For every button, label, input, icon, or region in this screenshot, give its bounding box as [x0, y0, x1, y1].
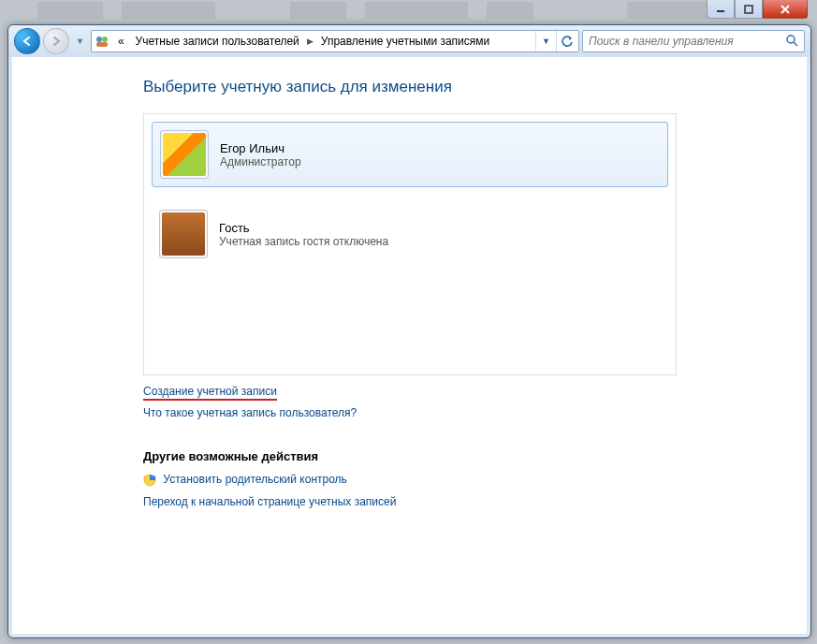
- page-title: Выберите учетную запись для изменения: [143, 78, 676, 96]
- history-dropdown[interactable]: ▼: [72, 37, 88, 46]
- search-icon[interactable]: [785, 34, 798, 50]
- create-account-link[interactable]: Создание учетной записи: [143, 385, 277, 401]
- search-box[interactable]: [582, 30, 805, 52]
- user-accounts-icon: [94, 33, 110, 50]
- other-actions-heading: Другие возможные действия: [143, 449, 676, 463]
- parental-control-link[interactable]: Установить родительский контроль: [163, 473, 347, 486]
- minimize-button[interactable]: [707, 0, 735, 19]
- account-role: Учетная запись гостя отключена: [219, 235, 388, 248]
- account-name: Егор Ильич: [220, 141, 301, 155]
- back-button[interactable]: [14, 28, 40, 54]
- account-picture: [160, 130, 209, 179]
- svg-line-8: [794, 42, 797, 46]
- svg-point-4: [96, 37, 102, 42]
- account-role: Администратор: [220, 155, 301, 168]
- accounts-home-link[interactable]: Переход к начальной странице учетных зап…: [143, 495, 396, 508]
- what-is-account-link[interactable]: Что такое учетная запись пользователя?: [143, 406, 357, 419]
- account-card[interactable]: Егор Ильич Администратор: [152, 122, 668, 187]
- svg-rect-6: [96, 42, 108, 47]
- account-name: Гость: [219, 221, 388, 235]
- account-picture: [159, 210, 208, 258]
- navigation-bar: ▼ « Учетные записи пользователей ▶ Управ…: [8, 25, 810, 57]
- svg-point-5: [102, 37, 108, 42]
- breadcrumb-seg-1[interactable]: Учетные записи пользователей: [132, 35, 303, 48]
- shield-icon: [143, 474, 156, 487]
- breadcrumb-seg-2[interactable]: Управление учетными записями: [317, 35, 493, 48]
- accounts-list: Егор Ильич Администратор Гость Учетная з…: [143, 113, 677, 375]
- window-frame: ▼ « Учетные записи пользователей ▶ Управ…: [7, 24, 811, 638]
- content-area: Выберите учетную запись для изменения Ег…: [12, 57, 807, 634]
- refresh-button[interactable]: [556, 31, 576, 51]
- forward-button: [43, 28, 69, 54]
- account-card[interactable]: Гость Учетная запись гостя отключена: [152, 202, 668, 266]
- address-dropdown[interactable]: ▼: [535, 31, 556, 51]
- svg-point-7: [787, 36, 795, 43]
- svg-rect-1: [745, 6, 752, 13]
- breadcrumb-prefix: «: [114, 35, 128, 48]
- address-bar[interactable]: « Учетные записи пользователей ▶ Управле…: [91, 30, 579, 52]
- maximize-button[interactable]: [735, 0, 763, 19]
- close-button[interactable]: [763, 0, 808, 19]
- search-input[interactable]: [589, 35, 785, 48]
- chevron-right-icon[interactable]: ▶: [307, 37, 314, 46]
